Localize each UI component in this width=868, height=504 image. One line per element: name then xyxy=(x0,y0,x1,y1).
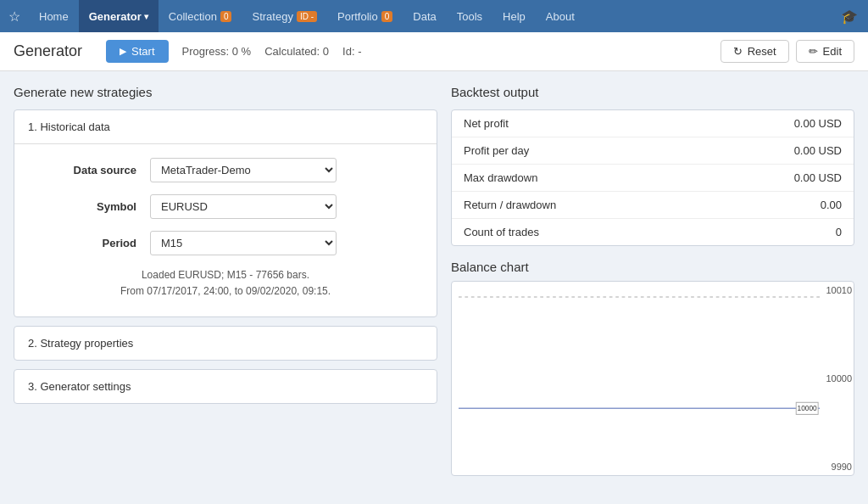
edit-label: Edit xyxy=(823,45,842,58)
strategy-properties-card: 2. Strategy properties xyxy=(14,326,437,361)
nav-label-generator: Generator xyxy=(89,10,142,23)
nav-label-data: Data xyxy=(413,10,436,23)
net-profit-label: Net profit xyxy=(464,117,509,130)
nav-item-collection[interactable]: Collection 0 xyxy=(159,0,242,32)
backtest-row-net-profit: Net profit 0.00 USD xyxy=(452,110,854,137)
period-row: Period M15 xyxy=(35,231,416,255)
historical-data-header[interactable]: 1. Historical data xyxy=(14,110,437,143)
chart-y-max-label: 10010 xyxy=(826,285,852,295)
strategy-properties-header[interactable]: 2. Strategy properties xyxy=(14,327,437,360)
reset-label: Reset xyxy=(748,45,776,58)
play-icon: ▶ xyxy=(120,46,126,57)
svg-text:10000: 10000 xyxy=(798,404,817,412)
data-source-label: Data source xyxy=(35,164,136,176)
nav-item-about[interactable]: About xyxy=(536,0,585,32)
navbar: ☆ Home Generator ▾ Collection 0 Strategy… xyxy=(0,0,868,32)
data-info: Loaded EURUSD; M15 - 77656 bars. From 07… xyxy=(35,267,416,300)
toolbar-actions: ↻ Reset ✏ Edit xyxy=(721,40,854,63)
nav-item-data[interactable]: Data xyxy=(403,0,446,32)
main-content: Generate new strategies 1. Historical da… xyxy=(0,71,868,504)
chart-title: Balance chart xyxy=(451,260,854,274)
chart-y-mid-label: 10000 xyxy=(826,373,852,384)
symbol-row: Symbol EURUSD xyxy=(35,194,416,219)
nav-item-strategy[interactable]: Strategy ID - xyxy=(242,0,327,32)
backtest-row-return-drawdown: Return / drawdown 0.00 xyxy=(452,192,854,219)
max-drawdown-label: Max drawdown xyxy=(464,171,537,184)
start-button[interactable]: ▶ Start xyxy=(106,40,168,63)
profit-per-day-label: Profit per day xyxy=(464,144,529,157)
chart-section: Balance chart 10010 10000 9990 10000 xyxy=(451,260,854,476)
nav-label-about: About xyxy=(546,10,575,23)
backtest-table: Net profit 0.00 USD Profit per day 0.00 … xyxy=(451,109,854,246)
historical-data-label: 1. Historical data xyxy=(28,120,110,133)
balance-chart-svg: 10000 xyxy=(459,288,820,468)
symbol-label: Symbol xyxy=(35,200,136,213)
graduation-icon: 🎓 xyxy=(834,8,865,25)
profit-per-day-value: 0.00 USD xyxy=(794,144,842,157)
period-select[interactable]: M15 xyxy=(150,231,337,255)
return-drawdown-label: Return / drawdown xyxy=(464,199,556,211)
right-panel: Backtest output Net profit 0.00 USD Prof… xyxy=(451,85,854,490)
max-drawdown-value: 0.00 USD xyxy=(794,171,842,184)
reset-button[interactable]: ↻ Reset xyxy=(721,40,789,63)
edit-icon: ✏ xyxy=(809,45,818,58)
nav-label-collection: Collection xyxy=(169,10,217,23)
generator-settings-label: 3. Generator settings xyxy=(28,380,131,393)
generator-settings-header[interactable]: 3. Generator settings xyxy=(14,370,437,403)
strategy-properties-label: 2. Strategy properties xyxy=(28,337,133,350)
chart-container: 10010 10000 9990 10000 xyxy=(451,281,854,476)
backtest-section: Backtest output Net profit 0.00 USD Prof… xyxy=(451,85,854,246)
nav-item-home[interactable]: Home xyxy=(29,0,79,32)
nav-item-help[interactable]: Help xyxy=(492,0,536,32)
reset-icon: ↻ xyxy=(733,45,743,58)
nav-item-generator[interactable]: Generator ▾ xyxy=(79,0,159,32)
nav-item-portfolio[interactable]: Portfolio 0 xyxy=(327,0,403,32)
strategy-badge: ID - xyxy=(297,11,317,22)
nav-label-home: Home xyxy=(39,10,69,23)
edit-button[interactable]: ✏ Edit xyxy=(796,40,854,63)
data-source-row: Data source MetaTrader-Demo xyxy=(35,158,416,182)
symbol-select[interactable]: EURUSD xyxy=(150,194,337,219)
id-label: Id: - xyxy=(342,45,361,58)
calculated-label: Calculated: 0 xyxy=(264,45,329,58)
page-title: Generator xyxy=(14,42,82,60)
data-info-line1: Loaded EURUSD; M15 - 77656 bars. xyxy=(35,267,416,283)
data-info-line2: From 07/17/2017, 24:00, to 09/02/2020, 0… xyxy=(35,283,416,300)
portfolio-badge: 0 xyxy=(381,11,393,22)
chevron-down-icon: ▾ xyxy=(144,12,148,21)
backtest-row-max-drawdown: Max drawdown 0.00 USD xyxy=(452,165,854,192)
start-label: Start xyxy=(131,45,154,58)
nav-label-help: Help xyxy=(503,10,526,23)
progress-label: Progress: 0 % xyxy=(182,45,252,58)
count-trades-value: 0 xyxy=(836,226,842,238)
historical-data-body: Data source MetaTrader-Demo Symbol EURUS… xyxy=(14,143,437,316)
backtest-row-profit-per-day: Profit per day 0.00 USD xyxy=(452,137,854,165)
nav-label-strategy: Strategy xyxy=(252,10,292,23)
toolbar: Generator ▶ Start Progress: 0 % Calculat… xyxy=(0,32,868,71)
count-trades-label: Count of trades xyxy=(464,226,539,238)
backtest-row-count-trades: Count of trades 0 xyxy=(452,219,854,245)
collection-badge: 0 xyxy=(220,11,232,22)
generator-settings-card: 3. Generator settings xyxy=(14,369,437,404)
return-drawdown-value: 0.00 xyxy=(821,199,842,211)
data-source-select[interactable]: MetaTrader-Demo xyxy=(150,158,337,182)
left-panel: Generate new strategies 1. Historical da… xyxy=(14,85,437,490)
nav-logo-icon: ☆ xyxy=(3,8,25,25)
net-profit-value: 0.00 USD xyxy=(794,117,842,130)
period-label: Period xyxy=(35,237,136,249)
nav-label-portfolio: Portfolio xyxy=(337,10,378,23)
toolbar-info: Progress: 0 % Calculated: 0 Id: - xyxy=(182,45,707,58)
nav-label-tools: Tools xyxy=(457,10,482,23)
historical-data-card: 1. Historical data Data source MetaTrade… xyxy=(14,109,437,317)
nav-item-tools[interactable]: Tools xyxy=(447,0,492,32)
left-section-title: Generate new strategies xyxy=(14,85,437,99)
backtest-title: Backtest output xyxy=(451,85,854,99)
chart-y-min-label: 9990 xyxy=(832,462,852,472)
